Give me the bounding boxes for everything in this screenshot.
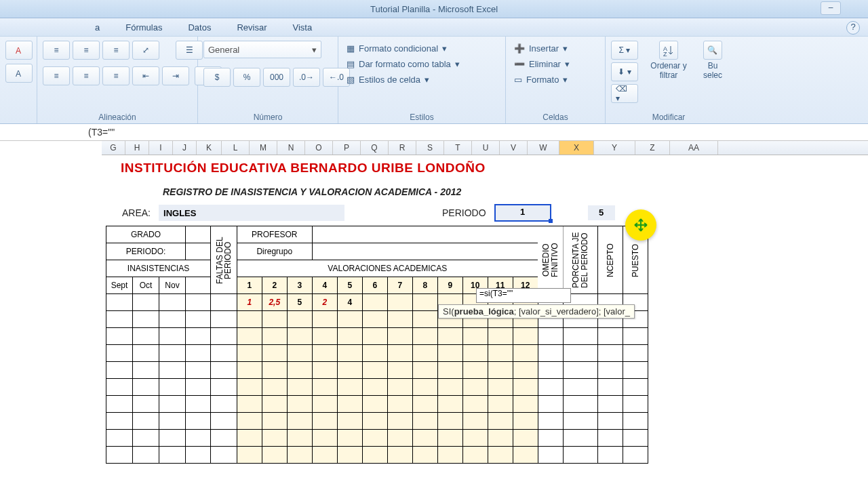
grade-cell[interactable]: [598, 362, 623, 379]
grade-cell[interactable]: [488, 362, 513, 379]
grade-table[interactable]: GRADO FALTAS DEL PERIODO PROFESOR OMEDIO…: [106, 226, 648, 464]
column-header-I[interactable]: I: [149, 141, 173, 155]
inc-decimal-button[interactable]: .0→: [293, 68, 320, 87]
grade-cell[interactable]: [133, 447, 159, 464]
grade-cell[interactable]: [133, 430, 159, 447]
grade-cell[interactable]: [387, 345, 412, 362]
grade-cell[interactable]: [133, 311, 159, 328]
column-header-H[interactable]: H: [125, 141, 149, 155]
grade-cell[interactable]: [159, 362, 186, 379]
grade-cell[interactable]: [488, 413, 513, 430]
grade-cell[interactable]: [237, 379, 262, 396]
menu-tab-vista[interactable]: Vista: [292, 22, 312, 33]
grade-cell[interactable]: [437, 430, 462, 447]
grade-cell[interactable]: [412, 362, 437, 379]
table-row[interactable]: [106, 379, 648, 396]
align-right-button[interactable]: ≡: [102, 66, 130, 85]
grade-cell[interactable]: [211, 311, 237, 328]
grade-cell[interactable]: [211, 379, 237, 396]
grade-cell[interactable]: [513, 362, 538, 379]
align-center-button[interactable]: ≡: [73, 66, 100, 85]
grade-cell[interactable]: [412, 311, 437, 328]
grade-cell[interactable]: [563, 447, 597, 464]
grade-cell[interactable]: [538, 362, 563, 379]
grade-cell[interactable]: [362, 396, 387, 413]
grade-cell[interactable]: [513, 430, 538, 447]
column-headers[interactable]: GHIJKLMNOPQRSTUVWXYZAA: [102, 141, 868, 155]
grade-cell[interactable]: [412, 345, 437, 362]
column-header-W[interactable]: W: [528, 141, 559, 155]
grade-cell[interactable]: [287, 345, 312, 362]
grade-cell[interactable]: [623, 328, 648, 345]
grade-cell[interactable]: [362, 362, 387, 379]
grade-cell[interactable]: [538, 430, 563, 447]
grade-cell[interactable]: [159, 328, 186, 345]
cell-styles-button[interactable]: ▧Estilos de celda ▾: [344, 73, 432, 86]
insert-button[interactable]: ➕Insertar ▾: [511, 42, 570, 55]
grade-cell[interactable]: [437, 328, 462, 345]
column-header-M[interactable]: M: [250, 141, 277, 155]
grade-cell[interactable]: [106, 311, 133, 328]
grade-cell[interactable]: [623, 430, 648, 447]
grade-cell[interactable]: [387, 447, 412, 464]
grade-cell[interactable]: [563, 345, 597, 362]
grade-cell[interactable]: [513, 396, 538, 413]
grade-cell[interactable]: [106, 345, 133, 362]
editing-cell[interactable]: =si(T3="": [476, 288, 571, 303]
grade-cell[interactable]: [287, 311, 312, 328]
grade-cell[interactable]: [287, 396, 312, 413]
grade-cell[interactable]: [538, 396, 563, 413]
grade-cell[interactable]: [437, 379, 462, 396]
grade-cell[interactable]: [513, 379, 538, 396]
grade-cell[interactable]: [287, 328, 312, 345]
indent-dec-button[interactable]: ⇤: [132, 66, 159, 85]
grade-cell[interactable]: [623, 396, 648, 413]
grade-cell[interactable]: [106, 430, 133, 447]
grade-cell[interactable]: [237, 311, 262, 328]
column-header-Z[interactable]: Z: [635, 141, 670, 155]
column-header-P[interactable]: P: [333, 141, 361, 155]
grade-cell[interactable]: [133, 396, 159, 413]
grade-cell[interactable]: [412, 396, 437, 413]
grade-cell[interactable]: [563, 328, 597, 345]
grade-cell[interactable]: 2,5: [262, 294, 287, 311]
grade-cell[interactable]: [337, 328, 362, 345]
grade-cell[interactable]: [211, 447, 237, 464]
grade-cell[interactable]: [462, 396, 488, 413]
grade-cell[interactable]: [106, 379, 133, 396]
grade-cell[interactable]: [312, 328, 337, 345]
grade-cell[interactable]: [106, 362, 133, 379]
find-select-button[interactable]: 🔍 Buselec: [699, 41, 726, 80]
number-format-dropdown[interactable]: General▾: [203, 41, 321, 58]
grade-cell[interactable]: [133, 379, 159, 396]
grade-cell[interactable]: [312, 379, 337, 396]
grade-cell[interactable]: [362, 328, 387, 345]
grade-cell[interactable]: [513, 328, 538, 345]
grade-cell[interactable]: [437, 413, 462, 430]
table-row[interactable]: [106, 345, 648, 362]
align-top-button[interactable]: ≡: [43, 41, 70, 60]
grade-cell[interactable]: [387, 294, 412, 311]
grade-cell[interactable]: [287, 430, 312, 447]
formula-bar[interactable]: (T3="": [0, 124, 868, 141]
grade-cell[interactable]: [211, 362, 237, 379]
grade-cell[interactable]: [437, 362, 462, 379]
grade-cell[interactable]: [598, 447, 623, 464]
column-header-V[interactable]: V: [500, 141, 528, 155]
grade-cell[interactable]: [387, 362, 412, 379]
grade-cell[interactable]: [186, 396, 211, 413]
help-icon[interactable]: ?: [846, 21, 860, 35]
grade-cell[interactable]: [462, 328, 488, 345]
grade-cell[interactable]: [312, 430, 337, 447]
column-header-T[interactable]: T: [444, 141, 472, 155]
periodo-value-cell[interactable]: 1: [494, 204, 551, 222]
grade-cell[interactable]: [133, 345, 159, 362]
grade-cell[interactable]: [237, 430, 262, 447]
align-left-button[interactable]: ≡: [43, 66, 70, 85]
grade-cell[interactable]: 2: [312, 294, 337, 311]
column-header-U[interactable]: U: [472, 141, 500, 155]
fill-button[interactable]: ⬇ ▾: [611, 62, 638, 81]
menu-tab-datos[interactable]: Datos: [188, 22, 211, 33]
grade-cell[interactable]: [488, 430, 513, 447]
grade-cell[interactable]: [563, 379, 597, 396]
